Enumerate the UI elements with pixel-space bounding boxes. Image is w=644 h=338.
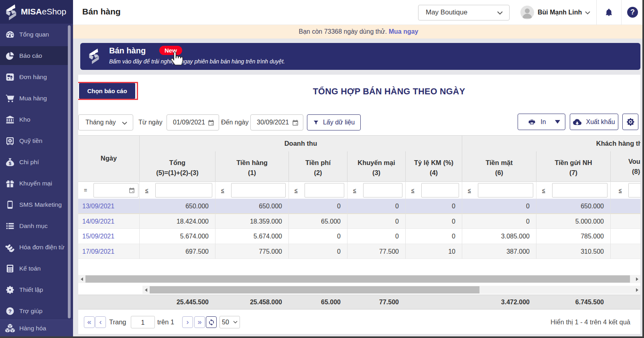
svg-text:?: ?: [8, 308, 12, 314]
svg-text:$: $: [9, 161, 11, 165]
